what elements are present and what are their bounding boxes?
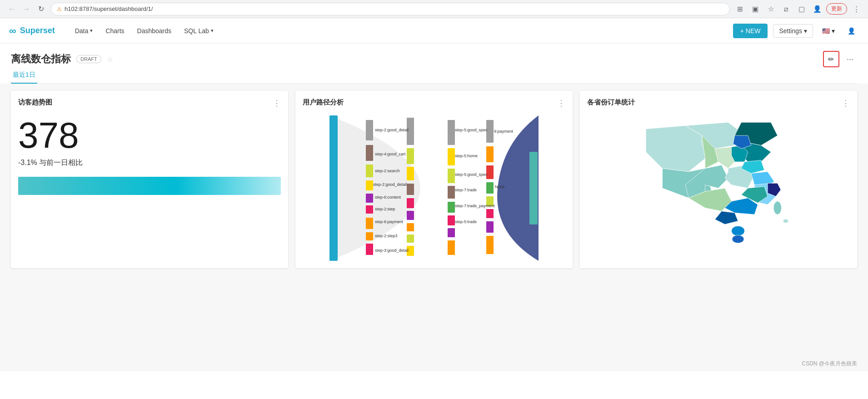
nav-right: + NEW Settings ▾ 🇺🇸 ▾ 👤 (733, 24, 859, 38)
svg-rect-28 (486, 146, 494, 162)
svg-point-55 (783, 219, 789, 223)
svg-rect-16 (407, 223, 414, 231)
extensions-icon[interactable]: ⧄ (780, 3, 793, 15)
nav-link-charts[interactable]: Charts (100, 25, 130, 37)
favorite-star-icon[interactable]: ☆ (107, 55, 113, 64)
svg-point-54 (774, 201, 782, 214)
svg-rect-11 (407, 148, 414, 164)
charts-grid: 访客趋势图 ⋮ 378 -3.1% 与前一日相比 用户路径分析 ⋮ (11, 91, 857, 268)
chart-title-path: 用户路径分析 (303, 98, 344, 107)
svg-text:step-3:good_detail: step-3:good_detail (375, 248, 409, 253)
svg-text:step-5:good_spec: step-5:good_spec (455, 172, 488, 177)
svg-rect-14 (407, 198, 414, 208)
star-icon[interactable]: ☆ (764, 3, 777, 15)
chart-province-orders: 各省份订单统计 ⋮ (580, 91, 857, 268)
big-number-value: 378 (18, 117, 281, 154)
svg-rect-17 (407, 234, 414, 243)
china-map-svg (594, 119, 843, 257)
edit-button[interactable]: ✏ (823, 51, 839, 67)
svg-rect-34 (486, 236, 494, 254)
svg-point-53 (732, 226, 745, 236)
svg-text:step-2:search: step-2:search (375, 169, 400, 173)
reload-button[interactable]: ↻ (35, 3, 47, 15)
url-text: h102:8787/superset/dashboard/1/ (65, 5, 153, 12)
more-options-button[interactable]: ··· (843, 53, 857, 66)
svg-rect-30 (486, 182, 494, 194)
chart-menu-path[interactable]: ⋮ (557, 98, 565, 108)
chart-menu-visitor[interactable]: ⋮ (273, 98, 281, 108)
svg-rect-2 (366, 145, 373, 161)
address-bar[interactable]: ⚠ h102:8787/superset/dashboard/1/ (51, 3, 730, 15)
svg-rect-25 (448, 228, 455, 237)
svg-rect-35 (529, 152, 538, 224)
footer-text: CSDN @今夜月色很美 (802, 360, 857, 367)
user-menu[interactable]: 👤 (844, 25, 859, 36)
chart-header-province: 各省份订单统计 ⋮ (587, 98, 850, 108)
language-selector[interactable]: 🇺🇸 ▾ (818, 25, 838, 36)
chart-title-visitor: 访客趋势图 (18, 98, 52, 107)
nav-link-sqllab[interactable]: SQL Lab (179, 25, 219, 37)
update-button[interactable]: 更新 (826, 3, 847, 15)
back-button[interactable]: ← (5, 3, 18, 15)
dashboard-title-row: 离线数仓指标 DRAFT ☆ (11, 52, 113, 66)
insecure-icon: ⚠ (57, 6, 62, 12)
svg-rect-4 (366, 180, 373, 190)
svg-text:9:payment: 9:payment (494, 129, 514, 134)
svg-text:step-2:good_detail: step-2:good_detail (373, 182, 407, 187)
cast-icon[interactable]: ▣ (749, 3, 762, 15)
svg-rect-6 (366, 205, 373, 214)
svg-rect-24 (448, 215, 455, 225)
chart-menu-province[interactable]: ⋮ (842, 98, 850, 108)
footer: CSDN @今夜月色很美 (0, 356, 868, 371)
sparkline-bar (18, 177, 281, 195)
svg-point-56 (732, 235, 744, 243)
sankey-svg: step-2:good_detail step-4:good_cart step… (303, 115, 565, 261)
browser-actions: ⊞ ▣ ☆ ⧄ ▢ 👤 更新 ⋮ (733, 3, 863, 15)
svg-text:None: None (495, 185, 505, 189)
nav-links: Data Charts Dashboards SQL Lab (70, 25, 219, 37)
sankey-chart: step-2:good_detail step-4:good_cart step… (303, 115, 565, 261)
big-number-change: -3.1% 与前一日相比 (18, 158, 281, 168)
filter-bar-container: 最近1日 (0, 67, 868, 84)
nav-link-data[interactable]: Data (70, 25, 99, 37)
svg-rect-13 (407, 184, 414, 195)
svg-rect-23 (448, 202, 455, 213)
chart-title-province: 各省份订单统计 (587, 98, 635, 107)
lang-chevron-icon: ▾ (832, 27, 835, 35)
draft-badge: DRAFT (76, 55, 101, 63)
svg-rect-12 (407, 167, 414, 180)
menu-icon[interactable]: ⋮ (850, 3, 863, 15)
svg-rect-3 (366, 165, 373, 177)
ellipsis-icon: ··· (847, 55, 853, 64)
filter-tab-active[interactable]: 最近1日 (11, 67, 37, 84)
flag-icon: 🇺🇸 (822, 27, 830, 35)
user-icon: 👤 (848, 27, 855, 35)
app-container: ∞ Superset Data Charts Dashboards SQL La… (0, 18, 868, 399)
settings-button[interactable]: Settings ▾ (773, 24, 813, 38)
browser-nav-buttons: ← → ↻ (5, 3, 47, 15)
new-button[interactable]: + NEW (733, 24, 768, 38)
svg-text:step-6:payment: step-6:payment (375, 219, 404, 224)
svg-text:step-6:content: step-6:content (375, 195, 401, 200)
nav-link-dashboards[interactable]: Dashboards (132, 25, 177, 37)
svg-text:step-7:trade: step-7:trade (455, 188, 477, 192)
svg-rect-33 (486, 221, 494, 233)
svg-rect-20 (448, 148, 455, 165)
logo-icon: ∞ (9, 25, 16, 37)
dashboard-actions: ✏ ··· (823, 51, 857, 67)
dashboard-content: 访客趋势图 ⋮ 378 -3.1% 与前一日相比 用户路径分析 ⋮ (0, 84, 868, 356)
forward-button[interactable]: → (20, 3, 33, 15)
logo[interactable]: ∞ Superset (9, 25, 55, 37)
svg-text:step-2:good_detail: step-2:good_detail (375, 128, 409, 132)
profile-icon[interactable]: 👤 (811, 3, 823, 15)
svg-rect-8 (366, 232, 373, 240)
translate-icon[interactable]: ⊞ (733, 3, 746, 15)
svg-text:step-5:good_spec: step-5:good_spec (455, 128, 488, 132)
svg-text:step-7:trade_payment: step-7:trade_payment (455, 204, 495, 208)
svg-rect-9 (366, 244, 373, 255)
svg-rect-15 (407, 211, 414, 220)
filter-tab-label: 最近1日 (11, 67, 37, 83)
svg-text:step-2:step: step-2:step (375, 207, 395, 211)
split-screen-icon[interactable]: ▢ (795, 3, 808, 15)
top-nav: ∞ Superset Data Charts Dashboards SQL La… (0, 18, 868, 44)
